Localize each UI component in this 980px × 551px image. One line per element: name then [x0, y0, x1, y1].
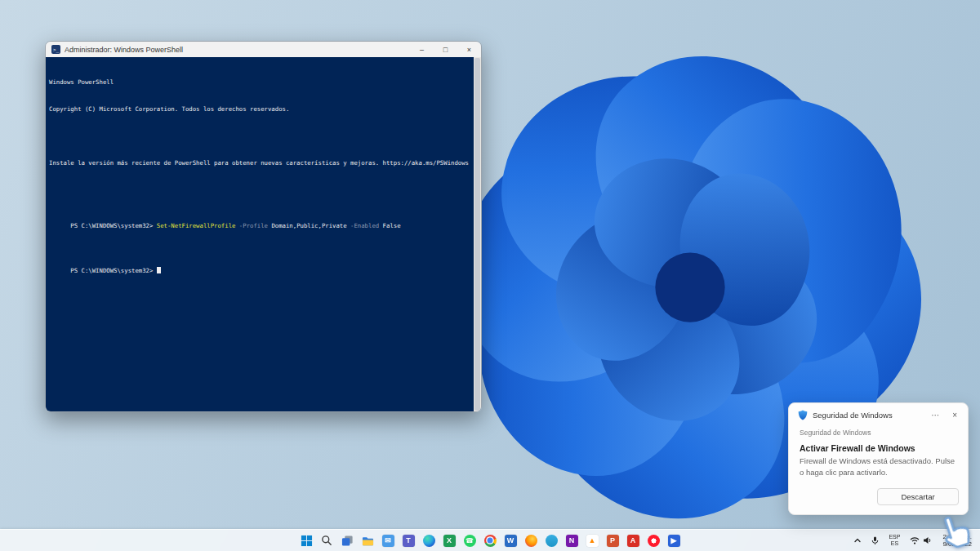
close-button[interactable]: × — [457, 42, 481, 57]
toast-source: Seguridad de Windows — [800, 429, 957, 437]
acrobat-icon: A — [627, 535, 639, 547]
terminal-copyright-line: Copyright (C) Microsoft Corporation. Tod… — [49, 104, 474, 113]
vlc[interactable]: ▲ — [583, 531, 601, 549]
edge[interactable] — [420, 531, 438, 549]
system-tray: ESP ES 2:38 p. m. 9/02/2022 — [852, 530, 973, 551]
window-controls: – □ × — [410, 42, 481, 57]
mail-icon: ✉ — [382, 535, 394, 547]
windows-security-toast: Seguridad de Windows ··· × Seguridad de … — [788, 402, 969, 515]
dismiss-button[interactable]: Descartar — [877, 488, 959, 505]
terminal-cursor — [157, 267, 161, 273]
prompt: PS C:\WINDOWS\system32> — [70, 267, 153, 274]
wifi-icon — [910, 536, 920, 544]
chevron-up-icon — [853, 536, 862, 544]
toast-title: Activar Firewall de Windows — [800, 443, 957, 453]
powershell-titlebar[interactable]: >_ Administrador: Windows PowerShell – □… — [46, 42, 481, 57]
toast-footer: Descartar — [789, 481, 968, 514]
task-view-button-icon — [341, 535, 354, 547]
media-player[interactable]: ▶ — [665, 531, 683, 549]
toast-app-name: Seguridad de Windows — [813, 411, 922, 420]
start-button-icon — [301, 535, 313, 547]
language-line2: ES — [891, 540, 898, 547]
firefox-icon — [525, 535, 537, 547]
vlc-icon: ▲ — [586, 535, 599, 547]
powerpoint-icon: P — [607, 535, 619, 547]
enabled-value-token: False — [383, 222, 401, 229]
file-explorer[interactable] — [359, 531, 376, 549]
firefox[interactable] — [522, 531, 540, 549]
quick-settings-button[interactable] — [908, 535, 934, 546]
minimize-button[interactable]: – — [410, 42, 434, 57]
toast-header: Seguridad de Windows ··· × — [789, 403, 968, 426]
toast-message: Firewall de Windows está desactivado. Pu… — [800, 455, 957, 478]
taskbar-app-icons: ✉TX☎WN▲PA▶ — [297, 530, 683, 551]
start-button[interactable] — [297, 531, 315, 549]
volume-icon — [923, 536, 933, 544]
command-line: PS C:\WINDOWS\system32>Set-NetFirewallPr… — [49, 212, 474, 239]
terminal-scrollbar[interactable] — [474, 57, 481, 411]
param-profile-token: -Profile — [239, 222, 268, 229]
window-title: Administrador: Windows PowerShell — [65, 46, 406, 54]
clock-time: 2:38 p. m. — [942, 533, 972, 541]
excel-icon: X — [443, 535, 456, 547]
task-view-button[interactable] — [338, 531, 356, 549]
onenote-icon: N — [566, 535, 578, 547]
edge-icon — [423, 535, 435, 547]
chrome-icon — [484, 535, 497, 547]
taskbar: ✉TX☎WN▲PA▶ ESP ES — [0, 529, 980, 551]
taskbar-clock[interactable]: 2:38 p. m. 9/02/2022 — [941, 531, 973, 550]
word[interactable]: W — [501, 531, 519, 549]
telegram-icon — [546, 535, 558, 547]
powershell-window: >_ Administrador: Windows PowerShell – □… — [45, 41, 482, 412]
toast-more-options-icon[interactable]: ··· — [927, 411, 943, 420]
onenote[interactable]: N — [563, 531, 581, 549]
terminal-banner-line: Windows PowerShell — [49, 78, 474, 87]
clock-date: 9/02/2022 — [942, 540, 972, 549]
toast-body[interactable]: Seguridad de Windows Activar Firewall de… — [789, 426, 968, 481]
microphone-icon — [871, 536, 879, 545]
teams-icon: T — [403, 535, 415, 547]
excel[interactable]: X — [440, 531, 458, 549]
terminal-blank-line — [49, 185, 474, 194]
word-icon: W — [505, 535, 517, 547]
file-explorer-icon — [362, 535, 374, 547]
opera[interactable] — [644, 531, 662, 549]
active-prompt-line: PS C:\WINDOWS\system32> — [49, 257, 474, 284]
chrome-center-dot — [488, 538, 493, 544]
param-enabled-token: -Enabled — [350, 222, 379, 229]
terminal-blank-line — [49, 131, 474, 140]
opera-icon — [648, 535, 660, 547]
whatsapp-icon: ☎ — [464, 535, 476, 547]
show-hidden-icons-button[interactable] — [852, 535, 863, 546]
profile-values-token: Domain,Public,Private — [271, 222, 346, 229]
terminal-output[interactable]: Windows PowerShell Copyright (C) Microso… — [46, 57, 474, 411]
prompt: PS C:\WINDOWS\system32> — [70, 222, 153, 229]
toast-close-icon[interactable]: × — [948, 411, 961, 420]
microphone-tray-button[interactable] — [870, 535, 880, 547]
scrollbar-thumb[interactable] — [474, 58, 480, 411]
teams[interactable]: T — [399, 531, 417, 549]
security-shield-icon — [798, 410, 808, 420]
language-line1: ESP — [889, 534, 900, 540]
cmdlet-token: Set-NetFirewallProfile — [157, 222, 236, 229]
maximize-button[interactable]: □ — [434, 42, 457, 57]
search-button[interactable] — [318, 531, 336, 549]
chrome[interactable] — [481, 531, 499, 549]
language-indicator[interactable]: ESP ES — [887, 532, 902, 549]
whatsapp[interactable]: ☎ — [461, 531, 479, 549]
powerpoint[interactable]: P — [604, 531, 621, 549]
terminal-update-notice: Instale la versión más reciente de Power… — [49, 158, 474, 167]
media-player-icon: ▶ — [668, 535, 680, 547]
acrobat[interactable]: A — [624, 531, 642, 549]
powershell-app-icon: >_ — [51, 45, 60, 54]
mail[interactable]: ✉ — [379, 531, 397, 549]
telegram[interactable] — [542, 531, 560, 549]
search-button-icon — [321, 535, 332, 546]
